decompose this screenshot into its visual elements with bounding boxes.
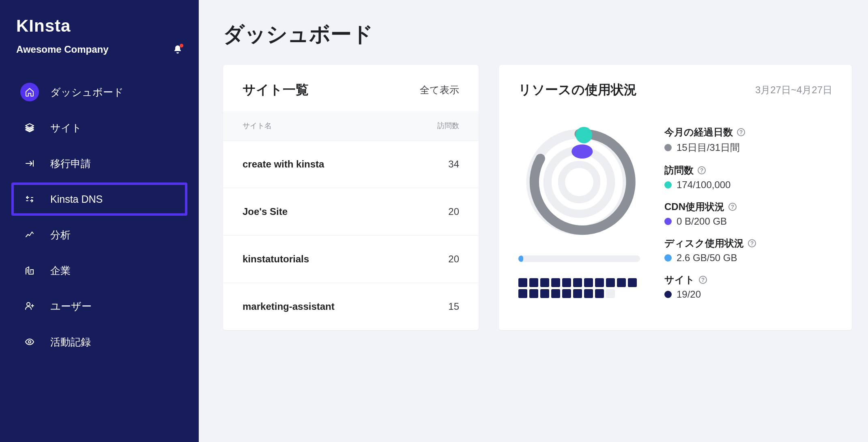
site-square: [617, 278, 626, 287]
sites-card-header: サイト一覧 全て表示: [223, 65, 479, 111]
table-row[interactable]: create with kinsta 34: [223, 140, 479, 188]
notification-dot: [180, 44, 183, 47]
migrate-icon-wrap: [20, 154, 39, 173]
company-icon: [25, 266, 34, 275]
disk-bar-fill: [518, 255, 523, 262]
legend-value: 19/20: [664, 289, 832, 300]
site-square: [518, 289, 527, 298]
legend-item: ディスク使用状況 ? 2.6 GB/50 GB: [664, 237, 832, 264]
table-row[interactable]: kinstatutorials 20: [223, 235, 479, 283]
legend: 今月の経過日数 ? 15日目/31日間 訪問数 ? 174/100,000 CD…: [664, 123, 832, 310]
sites-table-head: サイト名 訪問数: [223, 111, 479, 140]
legend-value: 15日目/31日間: [664, 141, 832, 154]
resources-card: リソースの使用状況 3月27日~4月27日: [499, 65, 852, 330]
sites-squares: [518, 278, 640, 298]
help-icon[interactable]: ?: [737, 128, 745, 136]
nav-item-1[interactable]: サイト: [11, 111, 187, 144]
site-name: marketing-assistant: [243, 301, 410, 312]
help-icon[interactable]: ?: [748, 239, 756, 247]
site-name: create with kinsta: [243, 159, 410, 170]
legend-item: 今月の経過日数 ? 15日目/31日間: [664, 126, 832, 154]
company-row: Awesome Company: [0, 39, 199, 75]
legend-dot: [664, 254, 672, 262]
migrate-icon: [25, 159, 34, 168]
activity-icon: [25, 337, 34, 347]
resources-body: 今月の経過日数 ? 15日目/31日間 訪問数 ? 174/100,000 CD…: [499, 111, 852, 330]
nav-label: 活動記録: [50, 335, 91, 349]
legend-dot: [664, 144, 672, 151]
col-site-name: サイト名: [243, 121, 410, 131]
resources-card-title: リソースの使用状況: [518, 81, 637, 99]
view-all-link[interactable]: 全て表示: [420, 84, 459, 97]
site-square: [529, 278, 538, 287]
nav-item-2[interactable]: 移行申請: [11, 147, 187, 180]
help-icon[interactable]: ?: [698, 166, 706, 174]
nav-item-7[interactable]: 活動記録: [11, 325, 187, 358]
dns-icon-wrap: [20, 190, 39, 208]
nav-label: 分析: [50, 228, 71, 242]
users-icon-wrap: [20, 297, 39, 315]
nav-label: 企業: [50, 264, 71, 277]
site-square: [518, 278, 527, 287]
nav-item-5[interactable]: 企業: [11, 254, 187, 287]
nav-item-3[interactable]: Kinsta DNS: [11, 182, 187, 216]
main: ダッシュボード サイト一覧 全て表示 サイト名 訪問数 create with …: [199, 0, 868, 442]
legend-label: 訪問数 ?: [664, 164, 832, 177]
brand-logo: KInsta: [0, 12, 199, 39]
site-square: [562, 278, 571, 287]
site-square: [540, 278, 549, 287]
legend-label: CDN使用状況 ?: [664, 200, 832, 213]
date-range: 3月27日~4月27日: [755, 84, 832, 97]
table-row[interactable]: Joe's Site 20: [223, 188, 479, 235]
site-square: [551, 278, 560, 287]
page-title: ダッシュボード: [223, 20, 852, 49]
sidebar: KInsta Awesome Company ダッシュボード サイト 移行申請 …: [0, 0, 199, 442]
site-square: [551, 289, 560, 298]
svg-point-2: [562, 165, 597, 200]
site-square: [584, 278, 593, 287]
nav-label: サイト: [50, 121, 82, 135]
sites-card: サイト一覧 全て表示 サイト名 訪問数 create with kinsta 3…: [223, 65, 479, 330]
svg-point-3: [576, 127, 592, 144]
analytics-icon: [25, 230, 34, 240]
site-visits: 20: [410, 253, 459, 265]
disk-bar: [518, 255, 640, 262]
legend-item: サイト ? 19/20: [664, 273, 832, 300]
legend-dot: [664, 291, 672, 298]
site-square: [595, 289, 604, 298]
chart-area: [518, 123, 640, 310]
table-row[interactable]: marketing-assistant 15: [223, 283, 479, 330]
notifications-button[interactable]: [173, 45, 183, 54]
legend-label: サイト ?: [664, 273, 832, 286]
site-square: [540, 289, 549, 298]
nav-label: ユーザー: [50, 300, 92, 313]
legend-value: 2.6 GB/50 GB: [664, 252, 832, 264]
resources-card-header: リソースの使用状況 3月27日~4月27日: [499, 65, 852, 111]
users-icon: [25, 301, 34, 311]
layers-icon-wrap: [20, 118, 39, 137]
house-icon: [25, 87, 34, 97]
legend-value: 0 B/200 GB: [664, 216, 832, 227]
site-square: [573, 289, 582, 298]
legend-dot: [664, 181, 672, 189]
help-icon[interactable]: ?: [699, 276, 707, 284]
nav-label: ダッシュボード: [50, 86, 124, 99]
layers-icon: [25, 123, 34, 133]
nav-item-6[interactable]: ユーザー: [11, 290, 187, 323]
analytics-icon-wrap: [20, 225, 39, 244]
legend-item: 訪問数 ? 174/100,000: [664, 164, 832, 191]
site-visits: 15: [410, 301, 459, 312]
legend-label: 今月の経過日数 ?: [664, 126, 832, 139]
dns-icon: [25, 194, 34, 204]
company-icon-wrap: [20, 261, 39, 280]
site-name: Joe's Site: [243, 206, 410, 217]
site-square: [606, 289, 615, 298]
site-visits: 20: [410, 206, 459, 217]
nav-item-4[interactable]: 分析: [11, 218, 187, 251]
legend-dot: [664, 218, 672, 225]
help-icon[interactable]: ?: [728, 203, 737, 211]
donut-chart: [520, 123, 638, 241]
nav-item-0[interactable]: ダッシュボード: [11, 75, 187, 109]
nav-label: Kinsta DNS: [50, 193, 103, 205]
legend-value: 174/100,000: [664, 179, 832, 191]
